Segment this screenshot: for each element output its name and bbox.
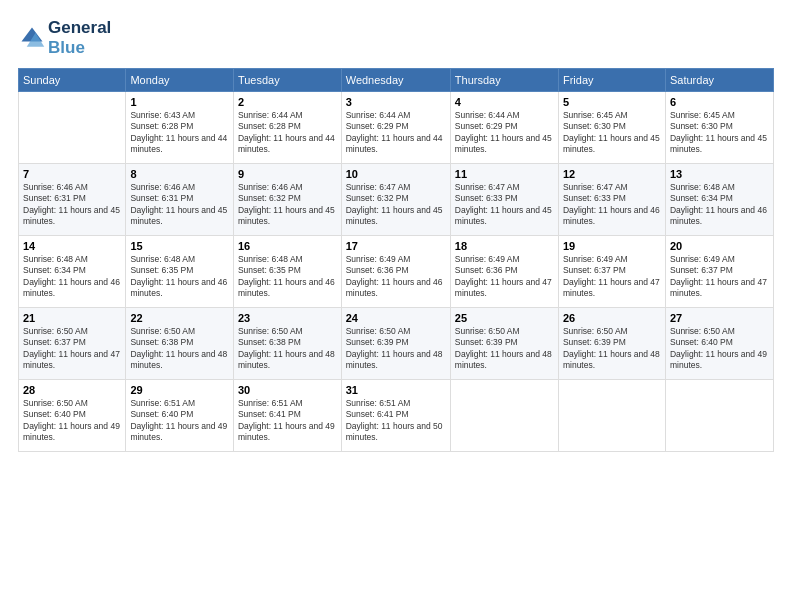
day-info: Sunrise: 6:48 AMSunset: 6:35 PMDaylight:… xyxy=(238,254,337,300)
day-number: 7 xyxy=(23,168,121,180)
day-info: Sunrise: 6:50 AMSunset: 6:39 PMDaylight:… xyxy=(455,326,554,372)
day-number: 23 xyxy=(238,312,337,324)
day-number: 21 xyxy=(23,312,121,324)
weekday-header-tuesday: Tuesday xyxy=(233,69,341,92)
day-number: 9 xyxy=(238,168,337,180)
day-info: Sunrise: 6:46 AMSunset: 6:31 PMDaylight:… xyxy=(130,182,229,228)
calendar-cell: 7Sunrise: 6:46 AMSunset: 6:31 PMDaylight… xyxy=(19,164,126,236)
weekday-header-saturday: Saturday xyxy=(665,69,773,92)
calendar-cell: 23Sunrise: 6:50 AMSunset: 6:38 PMDayligh… xyxy=(233,308,341,380)
day-info: Sunrise: 6:50 AMSunset: 6:40 PMDaylight:… xyxy=(23,398,121,444)
calendar-cell: 15Sunrise: 6:48 AMSunset: 6:35 PMDayligh… xyxy=(126,236,234,308)
calendar-week-1: 1Sunrise: 6:43 AMSunset: 6:28 PMDaylight… xyxy=(19,92,774,164)
day-info: Sunrise: 6:45 AMSunset: 6:30 PMDaylight:… xyxy=(563,110,661,156)
logo-text: General Blue xyxy=(48,18,111,58)
calendar-cell: 24Sunrise: 6:50 AMSunset: 6:39 PMDayligh… xyxy=(341,308,450,380)
calendar-cell: 28Sunrise: 6:50 AMSunset: 6:40 PMDayligh… xyxy=(19,380,126,452)
page-container: General Blue SundayMondayTuesdayWednesda… xyxy=(0,0,792,462)
calendar-cell xyxy=(558,380,665,452)
day-info: Sunrise: 6:50 AMSunset: 6:39 PMDaylight:… xyxy=(563,326,661,372)
calendar-cell xyxy=(450,380,558,452)
day-number: 2 xyxy=(238,96,337,108)
day-info: Sunrise: 6:47 AMSunset: 6:33 PMDaylight:… xyxy=(563,182,661,228)
day-info: Sunrise: 6:49 AMSunset: 6:37 PMDaylight:… xyxy=(670,254,769,300)
calendar-week-5: 28Sunrise: 6:50 AMSunset: 6:40 PMDayligh… xyxy=(19,380,774,452)
day-number: 19 xyxy=(563,240,661,252)
calendar-header: SundayMondayTuesdayWednesdayThursdayFrid… xyxy=(19,69,774,92)
weekday-header-sunday: Sunday xyxy=(19,69,126,92)
day-info: Sunrise: 6:51 AMSunset: 6:41 PMDaylight:… xyxy=(346,398,446,444)
calendar-cell: 25Sunrise: 6:50 AMSunset: 6:39 PMDayligh… xyxy=(450,308,558,380)
page-header: General Blue xyxy=(18,18,774,58)
day-info: Sunrise: 6:51 AMSunset: 6:41 PMDaylight:… xyxy=(238,398,337,444)
calendar-cell: 10Sunrise: 6:47 AMSunset: 6:32 PMDayligh… xyxy=(341,164,450,236)
calendar-week-4: 21Sunrise: 6:50 AMSunset: 6:37 PMDayligh… xyxy=(19,308,774,380)
weekday-header-friday: Friday xyxy=(558,69,665,92)
calendar-cell: 29Sunrise: 6:51 AMSunset: 6:40 PMDayligh… xyxy=(126,380,234,452)
calendar-table: SundayMondayTuesdayWednesdayThursdayFrid… xyxy=(18,68,774,452)
day-info: Sunrise: 6:50 AMSunset: 6:40 PMDaylight:… xyxy=(670,326,769,372)
day-info: Sunrise: 6:44 AMSunset: 6:29 PMDaylight:… xyxy=(346,110,446,156)
day-number: 5 xyxy=(563,96,661,108)
calendar-cell: 30Sunrise: 6:51 AMSunset: 6:41 PMDayligh… xyxy=(233,380,341,452)
day-info: Sunrise: 6:50 AMSunset: 6:38 PMDaylight:… xyxy=(130,326,229,372)
day-info: Sunrise: 6:47 AMSunset: 6:33 PMDaylight:… xyxy=(455,182,554,228)
calendar-cell: 22Sunrise: 6:50 AMSunset: 6:38 PMDayligh… xyxy=(126,308,234,380)
day-number: 18 xyxy=(455,240,554,252)
day-number: 16 xyxy=(238,240,337,252)
calendar-cell: 17Sunrise: 6:49 AMSunset: 6:36 PMDayligh… xyxy=(341,236,450,308)
weekday-header-wednesday: Wednesday xyxy=(341,69,450,92)
calendar-cell: 20Sunrise: 6:49 AMSunset: 6:37 PMDayligh… xyxy=(665,236,773,308)
day-info: Sunrise: 6:49 AMSunset: 6:37 PMDaylight:… xyxy=(563,254,661,300)
day-number: 25 xyxy=(455,312,554,324)
day-number: 27 xyxy=(670,312,769,324)
day-number: 26 xyxy=(563,312,661,324)
day-info: Sunrise: 6:49 AMSunset: 6:36 PMDaylight:… xyxy=(455,254,554,300)
day-info: Sunrise: 6:44 AMSunset: 6:29 PMDaylight:… xyxy=(455,110,554,156)
calendar-cell: 19Sunrise: 6:49 AMSunset: 6:37 PMDayligh… xyxy=(558,236,665,308)
calendar-cell: 4Sunrise: 6:44 AMSunset: 6:29 PMDaylight… xyxy=(450,92,558,164)
day-info: Sunrise: 6:45 AMSunset: 6:30 PMDaylight:… xyxy=(670,110,769,156)
calendar-cell: 21Sunrise: 6:50 AMSunset: 6:37 PMDayligh… xyxy=(19,308,126,380)
calendar-cell xyxy=(19,92,126,164)
day-number: 1 xyxy=(130,96,229,108)
day-number: 6 xyxy=(670,96,769,108)
day-number: 8 xyxy=(130,168,229,180)
day-number: 22 xyxy=(130,312,229,324)
calendar-cell: 6Sunrise: 6:45 AMSunset: 6:30 PMDaylight… xyxy=(665,92,773,164)
day-info: Sunrise: 6:47 AMSunset: 6:32 PMDaylight:… xyxy=(346,182,446,228)
calendar-cell: 2Sunrise: 6:44 AMSunset: 6:28 PMDaylight… xyxy=(233,92,341,164)
day-number: 28 xyxy=(23,384,121,396)
weekday-header-monday: Monday xyxy=(126,69,234,92)
day-number: 24 xyxy=(346,312,446,324)
day-info: Sunrise: 6:50 AMSunset: 6:39 PMDaylight:… xyxy=(346,326,446,372)
day-info: Sunrise: 6:51 AMSunset: 6:40 PMDaylight:… xyxy=(130,398,229,444)
calendar-cell: 31Sunrise: 6:51 AMSunset: 6:41 PMDayligh… xyxy=(341,380,450,452)
day-info: Sunrise: 6:44 AMSunset: 6:28 PMDaylight:… xyxy=(238,110,337,156)
calendar-cell: 26Sunrise: 6:50 AMSunset: 6:39 PMDayligh… xyxy=(558,308,665,380)
calendar-week-2: 7Sunrise: 6:46 AMSunset: 6:31 PMDaylight… xyxy=(19,164,774,236)
day-info: Sunrise: 6:50 AMSunset: 6:37 PMDaylight:… xyxy=(23,326,121,372)
day-number: 15 xyxy=(130,240,229,252)
day-number: 29 xyxy=(130,384,229,396)
day-info: Sunrise: 6:50 AMSunset: 6:38 PMDaylight:… xyxy=(238,326,337,372)
calendar-cell: 5Sunrise: 6:45 AMSunset: 6:30 PMDaylight… xyxy=(558,92,665,164)
calendar-cell: 18Sunrise: 6:49 AMSunset: 6:36 PMDayligh… xyxy=(450,236,558,308)
weekday-header-row: SundayMondayTuesdayWednesdayThursdayFrid… xyxy=(19,69,774,92)
calendar-cell: 14Sunrise: 6:48 AMSunset: 6:34 PMDayligh… xyxy=(19,236,126,308)
calendar-body: 1Sunrise: 6:43 AMSunset: 6:28 PMDaylight… xyxy=(19,92,774,452)
day-info: Sunrise: 6:48 AMSunset: 6:34 PMDaylight:… xyxy=(23,254,121,300)
day-number: 17 xyxy=(346,240,446,252)
day-info: Sunrise: 6:43 AMSunset: 6:28 PMDaylight:… xyxy=(130,110,229,156)
day-number: 12 xyxy=(563,168,661,180)
calendar-cell: 9Sunrise: 6:46 AMSunset: 6:32 PMDaylight… xyxy=(233,164,341,236)
calendar-cell xyxy=(665,380,773,452)
logo: General Blue xyxy=(18,18,111,58)
day-number: 20 xyxy=(670,240,769,252)
calendar-cell: 16Sunrise: 6:48 AMSunset: 6:35 PMDayligh… xyxy=(233,236,341,308)
calendar-cell: 27Sunrise: 6:50 AMSunset: 6:40 PMDayligh… xyxy=(665,308,773,380)
day-number: 11 xyxy=(455,168,554,180)
calendar-cell: 13Sunrise: 6:48 AMSunset: 6:34 PMDayligh… xyxy=(665,164,773,236)
day-number: 3 xyxy=(346,96,446,108)
day-number: 30 xyxy=(238,384,337,396)
